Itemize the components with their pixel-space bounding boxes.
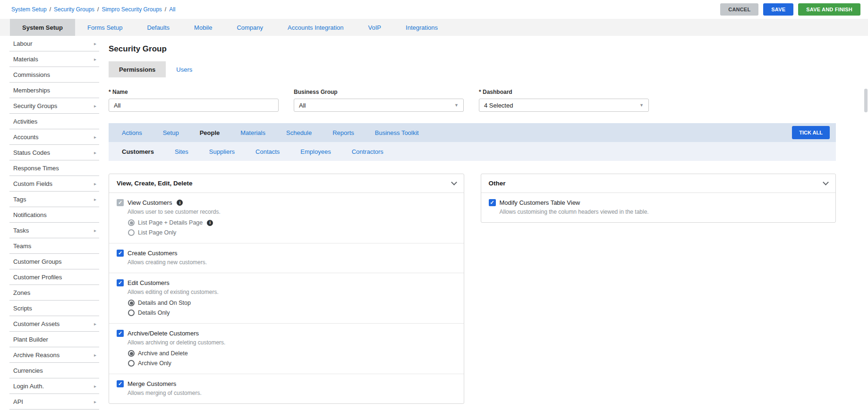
business-group-select[interactable]: All ▼ [294, 99, 464, 112]
sidebar-item-accounts[interactable]: Accounts ▸ [9, 129, 99, 145]
sidebar-item-label: Archive Reasons [13, 351, 60, 359]
radio-label: Archive Only [138, 360, 171, 367]
panel-header-other[interactable]: Other [481, 174, 836, 193]
sidebar-item-api[interactable]: API ▸ [9, 394, 99, 410]
sidebar-item-teams[interactable]: Teams [9, 238, 99, 254]
tab-employees[interactable]: Employees [290, 142, 341, 161]
scrollbar-thumb[interactable] [864, 89, 868, 112]
other-panel: Other Modify Customers Table View Allows… [481, 174, 836, 223]
sidebar-item-notifications[interactable]: Notifications [9, 207, 99, 223]
tick-all-button[interactable]: TICK ALL [792, 126, 830, 139]
permission-label: Merge Customers [128, 380, 176, 387]
radio-details-only[interactable] [128, 310, 135, 316]
tab-contacts[interactable]: Contacts [245, 142, 290, 161]
sidebar-item-customer-assets[interactable]: Customer Assets ▸ [9, 316, 99, 332]
radio-archive-and-delete[interactable] [128, 350, 135, 357]
sidebar-item-currencies[interactable]: Currencies [9, 363, 99, 378]
sidebar-item-commissions[interactable]: Commissions [9, 67, 99, 83]
tab-sites[interactable]: Sites [164, 142, 199, 161]
dashboard-select[interactable]: 4 Selected ▼ [479, 99, 649, 112]
tab-suppliers[interactable]: Suppliers [199, 142, 245, 161]
save-and-finish-button[interactable]: SAVE AND FINISH [798, 3, 860, 16]
sidebar-item-tasks[interactable]: Tasks ▸ [9, 223, 99, 238]
panel-title: Other [489, 180, 506, 187]
category-tab-bar: Actions Setup People Materials Schedule … [109, 123, 836, 142]
name-input[interactable] [109, 99, 279, 112]
sidebar-item-label: Security Groups [13, 102, 57, 109]
tab-users[interactable]: Users [166, 61, 203, 77]
cancel-button[interactable]: CANCEL [720, 3, 758, 16]
permission-item-merge-customers: Merge Customers Allows merging of custom… [109, 374, 464, 403]
sidebar-item-customer-profiles[interactable]: Customer Profiles [9, 269, 99, 285]
tab-system-setup[interactable]: System Setup [10, 19, 75, 36]
info-icon[interactable]: i [207, 220, 213, 226]
tab-permissions[interactable]: Permissions [109, 61, 166, 77]
breadcrumb-link-all[interactable]: All [169, 6, 175, 13]
chevron-right-icon: ▸ [94, 228, 96, 233]
panel-header-view-create-edit-delete[interactable]: View, Create, Edit, Delete [109, 174, 464, 193]
tab-reports[interactable]: Reports [322, 123, 365, 142]
tab-actions[interactable]: Actions [111, 123, 153, 142]
tab-contractors[interactable]: Contractors [341, 142, 394, 161]
sidebar-item-label: Tasks [13, 227, 29, 234]
chevron-right-icon: ▸ [94, 181, 96, 186]
sidebar-item-archive-reasons[interactable]: Archive Reasons ▸ [9, 347, 99, 363]
dashboard-field-group: * Dashboard 4 Selected ▼ [479, 89, 649, 112]
edit-customers-options: Details and On Stop Details Only [128, 300, 456, 316]
tab-customers[interactable]: Customers [111, 142, 164, 161]
checkbox-merge-customers[interactable] [117, 380, 124, 387]
sidebar-item-login-auth[interactable]: Login Auth. ▸ [9, 378, 99, 394]
breadcrumb-link-system-setup[interactable]: System Setup [11, 6, 47, 13]
sidebar-item-activities[interactable]: Activities [9, 114, 99, 129]
tab-setup[interactable]: Setup [153, 123, 189, 142]
sidebar-item-memberships[interactable]: Memberships [9, 83, 99, 98]
breadcrumb-link-simpro-security-groups[interactable]: Simpro Security Groups [102, 6, 162, 13]
permission-item-view-customers: View Customers i Allows user to see cust… [109, 193, 464, 243]
sidebar-item-zones[interactable]: Zones [9, 285, 99, 301]
tab-business-toolkit[interactable]: Business Toolkit [365, 123, 429, 142]
sidebar-item-security-groups[interactable]: Security Groups ▸ [9, 98, 99, 114]
sidebar-item-materials[interactable]: Materials ▸ [9, 51, 99, 67]
top-header: System Setup / Security Groups / Simpro … [0, 0, 868, 19]
sidebar-item-tags[interactable]: Tags ▸ [9, 192, 99, 207]
checkbox-view-customers[interactable] [117, 199, 124, 206]
sidebar-item-labour[interactable]: Labour ▸ [9, 36, 99, 51]
permission-description: Allows creating new customers. [128, 259, 456, 266]
tab-people[interactable]: People [189, 123, 230, 142]
tab-voip[interactable]: VoIP [356, 19, 393, 36]
tab-accounts-integration[interactable]: Accounts Integration [275, 19, 356, 36]
radio-list-page-details-page[interactable] [128, 219, 135, 226]
view-create-edit-delete-panel: View, Create, Edit, Delete View Customer… [109, 174, 464, 404]
radio-details-and-on-stop[interactable] [128, 300, 135, 306]
checkbox-create-customers[interactable] [117, 250, 124, 257]
tab-mobile[interactable]: Mobile [182, 19, 224, 36]
checkbox-archive-delete-customers[interactable] [117, 330, 124, 337]
sidebar-item-customer-groups[interactable]: Customer Groups [9, 254, 99, 269]
business-group-selected-value: All [299, 102, 306, 109]
radio-list-page-only[interactable] [128, 229, 135, 236]
save-button[interactable]: SAVE [763, 3, 793, 16]
tab-materials[interactable]: Materials [230, 123, 276, 142]
tab-schedule[interactable]: Schedule [276, 123, 322, 142]
sidebar-item-scripts[interactable]: Scripts [9, 301, 99, 316]
checkbox-edit-customers[interactable] [117, 279, 124, 286]
info-icon[interactable]: i [177, 200, 183, 206]
permission-description: Allows archiving or deleting customers. [128, 339, 456, 346]
chevron-right-icon: ▸ [94, 352, 96, 358]
panel-title: View, Create, Edit, Delete [117, 180, 193, 187]
breadcrumb-link-security-groups[interactable]: Security Groups [54, 6, 94, 13]
permission-item-edit-customers: Edit Customers Allows editing of existin… [109, 273, 464, 324]
chevron-right-icon: ▸ [94, 321, 96, 326]
sidebar-item-plant-builder[interactable]: Plant Builder [9, 332, 99, 347]
tab-integrations[interactable]: Integrations [393, 19, 450, 36]
checkbox-modify-customers-table-view[interactable] [489, 199, 496, 206]
sidebar-item-status-codes[interactable]: Status Codes ▸ [9, 145, 99, 160]
tab-company[interactable]: Company [224, 19, 275, 36]
tab-forms-setup[interactable]: Forms Setup [75, 19, 135, 36]
business-group-label: Business Group [294, 89, 464, 95]
tab-defaults[interactable]: Defaults [135, 19, 182, 36]
sidebar-item-custom-fields[interactable]: Custom Fields ▸ [9, 176, 99, 192]
radio-archive-only[interactable] [128, 360, 135, 367]
sidebar-item-response-times[interactable]: Response Times [9, 160, 99, 176]
permission-label: Archive/Delete Customers [128, 330, 199, 337]
